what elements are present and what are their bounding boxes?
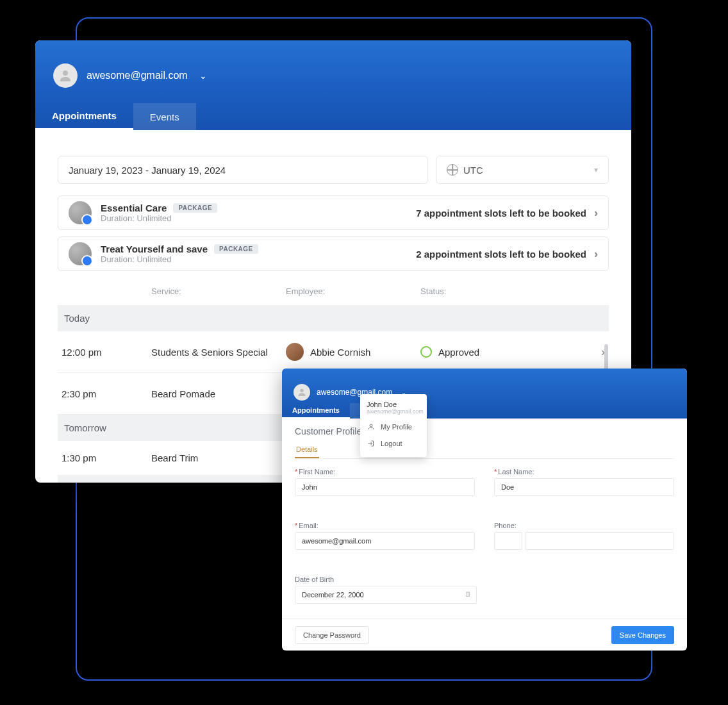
page-title: Customer Profile	[295, 426, 674, 436]
tab-appointments[interactable]: Appointments	[282, 403, 350, 419]
user-menu[interactable]: awesome@gmail.com ⌄	[35, 40, 631, 88]
svg-point-2	[370, 424, 372, 427]
svg-point-0	[63, 70, 68, 76]
avatar-icon	[53, 63, 78, 88]
user-icon	[367, 422, 376, 431]
phone-field[interactable]	[525, 532, 674, 550]
table-row[interactable]: 12:00 pm Students & Seniors Special Abbi…	[58, 331, 609, 373]
row-employee: Abbie Cornish	[310, 347, 370, 358]
user-email: awesome@gmail.com	[87, 70, 188, 81]
slots-remaining: 7 appointment slots left to be booked	[416, 208, 586, 219]
table-headers: Service: Employee: Status:	[58, 278, 609, 305]
package-badge: PACKAGE	[214, 244, 258, 254]
col-employee: Employee:	[286, 286, 420, 296]
profile-form: *First Name: *Last Name: *Email: Phone: …	[295, 468, 674, 610]
duration-label: Duration:	[101, 254, 135, 264]
col-service: Service:	[151, 286, 286, 296]
last-name-field[interactable]	[494, 478, 674, 496]
tab-events[interactable]: Events	[133, 103, 196, 130]
package-title: Treat Yourself and save	[101, 244, 208, 254]
date-range-picker[interactable]: January 19, 2023 - January 19, 2024	[58, 156, 428, 184]
avatar-icon	[294, 384, 310, 401]
package-card[interactable]: Treat Yourself and save PACKAGE Duration…	[58, 236, 609, 271]
panel2-body: Customer Profile Details *First Name: *L…	[282, 419, 687, 610]
package-badge: PACKAGE	[173, 203, 217, 213]
globe-icon	[447, 164, 458, 176]
user-menu[interactable]: awesome@gmail.com ⌄	[282, 369, 687, 401]
change-password-button[interactable]: Change Password	[295, 626, 369, 644]
subtab-details[interactable]: Details	[295, 442, 319, 458]
filter-row: January 19, 2023 - January 19, 2024 UTC …	[58, 156, 609, 184]
logout-icon	[367, 439, 376, 448]
package-avatar-icon	[69, 242, 92, 265]
col-status: Status:	[420, 286, 605, 296]
chevron-right-icon: ›	[594, 247, 598, 261]
panel1-tabs: Appointments Events	[35, 103, 196, 130]
row-time: 12:00 pm	[62, 347, 151, 358]
panel1-header: awesome@gmail.com ⌄ Appointments Events	[35, 40, 631, 130]
row-status: Approved	[438, 347, 479, 358]
email-label: *Email:	[295, 522, 475, 529]
row-service: Beard Pomade	[151, 388, 286, 399]
row-service: Students & Seniors Special	[151, 347, 286, 358]
phone-label: Phone:	[494, 522, 674, 529]
dob-field[interactable]	[295, 586, 477, 604]
first-name-label: *First Name:	[295, 468, 475, 476]
package-card[interactable]: Essential Care PACKAGE Duration: Unlimit…	[58, 195, 609, 230]
first-name-field[interactable]	[295, 478, 475, 496]
svg-point-1	[300, 389, 303, 392]
slots-remaining: 2 appointment slots left to be booked	[416, 249, 586, 260]
chevron-down-icon: ▾	[594, 165, 598, 174]
user-dropdown: John Doe awesome@gmail.com My Profile Lo…	[360, 394, 427, 457]
row-time: 1:30 pm	[62, 452, 151, 463]
chevron-right-icon: ›	[594, 206, 598, 220]
duration-value: Unlimited	[136, 254, 171, 264]
save-changes-button[interactable]: Save Changes	[611, 626, 674, 644]
panel2-footer: Change Password Save Changes	[282, 618, 687, 651]
last-name-label: *Last Name:	[494, 468, 674, 476]
employee-avatar-icon	[286, 343, 304, 361]
calendar-icon: 🗓	[465, 590, 472, 598]
section-today: Today	[58, 305, 609, 331]
timezone-value: UTC	[463, 165, 483, 176]
phone-country-code[interactable]	[494, 532, 522, 550]
duration-value: Unlimited	[136, 213, 171, 223]
row-time: 2:30 pm	[62, 388, 151, 399]
profile-panel: awesome@gmail.com ⌄ Appointments Custome…	[282, 369, 687, 651]
panel2-header: awesome@gmail.com ⌄ Appointments	[282, 369, 687, 419]
profile-subtabs: Details	[295, 442, 674, 459]
dropdown-username: John Doe	[367, 401, 420, 408]
package-avatar-icon	[69, 201, 92, 224]
date-range-value: January 19, 2023 - January 19, 2024	[69, 165, 226, 176]
status-ring-icon	[420, 346, 432, 358]
email-field[interactable]	[295, 532, 475, 550]
dob-label: Date of Birth	[295, 576, 477, 583]
dropdown-my-profile[interactable]: My Profile	[360, 419, 427, 435]
chevron-down-icon: ⌄	[199, 70, 207, 81]
dropdown-logout[interactable]: Logout	[360, 435, 427, 452]
timezone-select[interactable]: UTC ▾	[436, 156, 609, 184]
tab-appointments[interactable]: Appointments	[35, 103, 133, 130]
row-service: Beard Trim	[151, 452, 286, 463]
duration-label: Duration:	[101, 213, 135, 223]
package-title: Essential Care	[101, 203, 167, 213]
dropdown-email: awesome@gmail.com	[367, 408, 420, 415]
